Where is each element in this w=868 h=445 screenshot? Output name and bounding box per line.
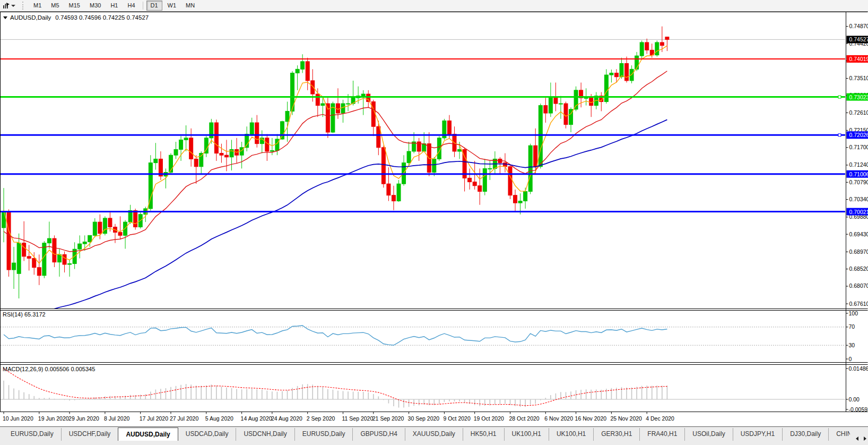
date-axis: 10 Jun 202019 Jun 202029 Jun 20208 Jul 2… xyxy=(3,412,674,422)
chart-tab-GER30-H1[interactable]: GER30,H1 xyxy=(593,428,639,441)
timeframe-button-W1[interactable]: W1 xyxy=(163,1,181,11)
candle xyxy=(458,149,462,151)
chart-symbol-label: AUDUSD,Daily xyxy=(10,14,51,21)
svg-text:0.00: 0.00 xyxy=(849,396,860,403)
candle xyxy=(17,243,21,274)
svg-text:29 Jun 2020: 29 Jun 2020 xyxy=(68,415,99,422)
svg-text:0.72026: 0.72026 xyxy=(849,132,868,138)
svg-text:0.014861: 0.014861 xyxy=(849,365,868,372)
chart-ohlc-values: 0.74593 0.74596 0.74225 0.74527 xyxy=(55,14,149,21)
candle xyxy=(584,98,588,98)
chart-tab-EURUSD-Daily[interactable]: EURUSD,Daily xyxy=(3,428,61,441)
chart-tab-HK50-H1[interactable]: HK50,H1 xyxy=(463,428,504,441)
svg-text:6 Nov 2020: 6 Nov 2020 xyxy=(544,415,573,422)
chart-tab-USDJPY-H1[interactable]: USDJPY,H1 xyxy=(733,428,782,441)
svg-text:17 Jul 2020: 17 Jul 2020 xyxy=(140,415,168,422)
candle xyxy=(417,142,421,151)
line-handle[interactable] xyxy=(838,134,841,136)
svg-text:0.70790: 0.70790 xyxy=(849,179,868,185)
chart-tab-EURUSD-Daily[interactable]: EURUSD,Daily xyxy=(294,428,353,441)
candle xyxy=(407,151,411,163)
candle xyxy=(245,134,249,148)
chart-tab-USDCNH-Daily[interactable]: USDCNH,Daily xyxy=(236,428,294,441)
timeframe-button-H4[interactable]: H4 xyxy=(123,1,139,11)
pointer-tool-button[interactable] xyxy=(0,1,18,11)
svg-text:5 Aug 2020: 5 Aug 2020 xyxy=(205,415,233,422)
chart-tab-CHINA300-H1[interactable]: CHINA300,H1 xyxy=(828,428,850,441)
line-handle[interactable] xyxy=(838,96,841,98)
svg-text:0.72610: 0.72610 xyxy=(849,109,868,116)
candle xyxy=(220,153,223,156)
candle xyxy=(27,256,31,259)
candle xyxy=(508,167,512,195)
timeframe-button-M5[interactable]: M5 xyxy=(47,1,63,11)
svg-text:0.70021: 0.70021 xyxy=(849,209,868,215)
svg-text:16 Nov 2020: 16 Nov 2020 xyxy=(575,415,607,422)
candle xyxy=(549,98,552,113)
chart-cursor-icon xyxy=(3,2,10,9)
timeframe-button-M1[interactable]: M1 xyxy=(29,1,46,11)
chart-tab-USOil-Daily[interactable]: USOil,Daily xyxy=(684,428,732,441)
svg-text:19 Jun 2020: 19 Jun 2020 xyxy=(38,415,69,422)
chart-tab-USDCHF-Daily[interactable]: USDCHF,Daily xyxy=(61,428,118,441)
candle xyxy=(660,42,664,46)
svg-text:10 Jun 2020: 10 Jun 2020 xyxy=(3,415,33,422)
candle xyxy=(174,149,178,155)
svg-text:0.70340: 0.70340 xyxy=(849,196,868,202)
svg-text:28 Oct 2020: 28 Oct 2020 xyxy=(509,415,540,422)
candle xyxy=(564,104,568,125)
chart-tab-AUDUSD-Daily[interactable]: AUDUSD,Daily xyxy=(118,427,178,441)
svg-text:0.68070: 0.68070 xyxy=(849,283,868,289)
candle xyxy=(367,94,370,101)
timeframe-button-M30[interactable]: M30 xyxy=(85,1,105,11)
scroll-right-icon[interactable] xyxy=(864,437,866,441)
price-chart[interactable]: 0.748700.744200.739700.735100.730600.726… xyxy=(0,12,868,427)
timeframe-button-MN[interactable]: MN xyxy=(181,1,199,11)
candle xyxy=(224,155,228,157)
chevron-down-icon xyxy=(11,5,15,7)
candle xyxy=(468,178,472,182)
candle xyxy=(483,168,487,191)
chart-tab-USDCAD-Daily[interactable]: USDCAD,Daily xyxy=(178,428,236,441)
candle xyxy=(108,218,112,227)
chart-tab-FRA40-H1[interactable]: FRA40,H1 xyxy=(639,428,684,441)
candle xyxy=(47,238,51,243)
candle xyxy=(326,104,329,132)
candle xyxy=(42,243,46,276)
candle xyxy=(341,104,345,113)
top-toolbar: M1M5M15M30H1H4D1W1MN xyxy=(0,0,868,12)
chart-tab-GBPUSD-H4[interactable]: GBPUSD,H4 xyxy=(352,428,404,441)
candle xyxy=(250,123,254,134)
candle xyxy=(528,146,532,191)
candle xyxy=(265,138,269,151)
svg-text:100: 100 xyxy=(849,310,858,316)
candle xyxy=(22,243,26,256)
candle xyxy=(194,159,198,166)
candle xyxy=(316,94,319,106)
candle xyxy=(53,238,56,262)
chart-tab-UK100-H1[interactable]: UK100,H1 xyxy=(549,428,593,441)
scroll-left-icon[interactable] xyxy=(856,437,858,441)
rsi-indicator-label: RSI(14) 65.3172 xyxy=(3,311,46,318)
timeframe-button-H1[interactable]: H1 xyxy=(106,1,122,11)
chart-tab-UK100-H1[interactable]: UK100,H1 xyxy=(504,428,549,441)
rsi-line xyxy=(4,326,667,345)
mt4-terminal: { "toolbar": { "timeframes": ["M1","M5",… xyxy=(0,0,868,445)
timeframe-button-M15[interactable]: M15 xyxy=(65,1,84,11)
price-axis: 0.748700.744200.739700.735100.730600.726… xyxy=(846,23,868,412)
candle xyxy=(199,153,203,167)
timeframe-button-D1[interactable]: D1 xyxy=(146,1,162,11)
candle xyxy=(214,123,218,153)
candle xyxy=(78,244,82,249)
collapse-arrow-icon[interactable] xyxy=(3,16,7,19)
candle xyxy=(381,148,385,184)
candle xyxy=(544,106,548,113)
chart-tab-XAUUSD-Daily[interactable]: XAUUSD,Daily xyxy=(405,428,463,441)
candle xyxy=(98,222,102,234)
toolbar-grip[interactable] xyxy=(22,2,25,10)
candle xyxy=(280,122,284,139)
chart-tab-DJ30-Daily[interactable]: DJ30,Daily xyxy=(782,428,828,441)
candle xyxy=(397,184,401,201)
svg-text:-0.005938: -0.005938 xyxy=(849,406,868,413)
chart-window: 0.748700.744200.739700.735100.730600.726… xyxy=(0,12,868,427)
